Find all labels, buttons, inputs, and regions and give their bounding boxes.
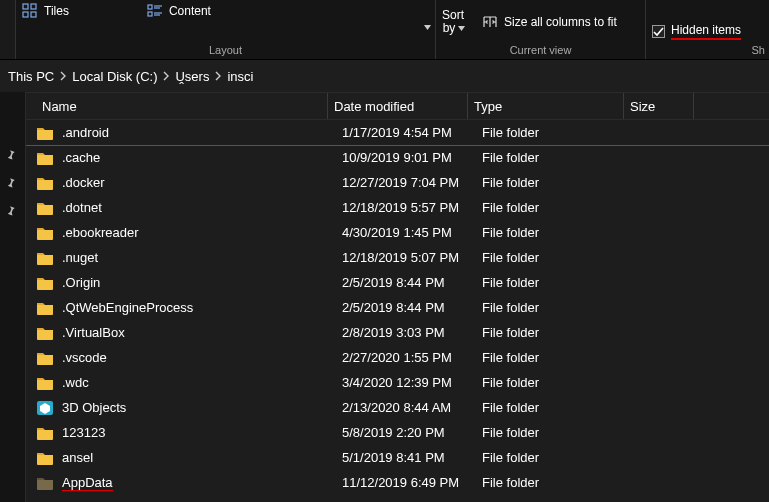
svg-rect-3: [31, 12, 36, 17]
ribbon: Tiles Content Layout Sort by: [0, 0, 769, 60]
file-name: .docker: [62, 175, 336, 190]
file-type: File folder: [476, 200, 632, 215]
file-name: .QtWebEngineProcess: [62, 300, 336, 315]
ribbon-group-current-view: Sort by Size all columns to fit Current …: [436, 0, 646, 59]
file-date: 2/8/2019 3:03 PM: [336, 325, 476, 340]
file-row[interactable]: .vscode2/27/2020 1:55 PMFile folder: [26, 345, 769, 370]
file-name: .vscode: [62, 350, 336, 365]
crumb-0[interactable]: This PC: [8, 69, 54, 84]
folder-icon: [36, 350, 54, 366]
column-type[interactable]: Type: [468, 93, 624, 119]
file-name: .android: [62, 125, 336, 140]
size-columns-button[interactable]: Size all columns to fit: [482, 14, 617, 30]
file-row[interactable]: AppData11/12/2019 6:49 PMFile folder: [26, 470, 769, 495]
column-date-label: Date modified: [334, 99, 414, 114]
crumb-1[interactable]: Local Disk (C:): [72, 69, 157, 84]
svg-rect-7: [148, 12, 152, 16]
folder-icon: [36, 200, 54, 216]
ribbon-group-show-label: Sh: [752, 41, 765, 59]
column-type-label: Type: [474, 99, 502, 114]
column-date[interactable]: Date modified: [328, 93, 468, 119]
file-name: .ebookreader: [62, 225, 336, 240]
file-type: File folder: [476, 450, 632, 465]
file-date: 2/5/2019 8:44 PM: [336, 275, 476, 290]
file-date: 12/27/2019 7:04 PM: [336, 175, 476, 190]
hidden-items-toggle[interactable]: Hidden items: [652, 23, 741, 40]
3d-objects-icon: [36, 400, 54, 416]
column-header: ˆ Name Date modified Type Size: [0, 92, 769, 120]
svg-marker-10: [424, 25, 431, 30]
file-row[interactable]: .android1/17/2019 4:54 PMFile folder: [26, 120, 769, 145]
file-type: File folder: [476, 350, 632, 365]
folder-icon: [36, 425, 54, 441]
file-row[interactable]: .ebookreader4/30/2019 1:45 PMFile folder: [26, 220, 769, 245]
folder-icon: [36, 450, 54, 466]
folder-icon: [36, 275, 54, 291]
layout-content[interactable]: Content: [147, 3, 211, 19]
file-date: 10/9/2019 9:01 PM: [336, 150, 476, 165]
file-row[interactable]: .nuget12/18/2019 5:07 PMFile folder: [26, 245, 769, 270]
file-name: .Origin: [62, 275, 336, 290]
file-list[interactable]: .android1/17/2019 4:54 PMFile folder.cac…: [26, 120, 769, 502]
file-row[interactable]: .dotnet12/18/2019 5:57 PMFile folder: [26, 195, 769, 220]
file-row[interactable]: .QtWebEngineProcess2/5/2019 8:44 PMFile …: [26, 295, 769, 320]
content-icon: [147, 3, 163, 19]
column-name[interactable]: ˆ Name: [36, 93, 328, 119]
chevron-right-icon[interactable]: [161, 71, 171, 81]
svg-rect-4: [148, 5, 152, 9]
checkbox-checked-icon: [652, 25, 665, 38]
layout-content-label: Content: [169, 4, 211, 18]
file-name: .dotnet: [62, 200, 336, 215]
folder-icon: [36, 175, 54, 191]
ribbon-group-layout-label: Layout: [16, 41, 435, 59]
breadcrumb[interactable]: This PC Local Disk (C:) Users insci: [0, 60, 769, 92]
pin-icon: [4, 148, 20, 164]
file-date: 5/8/2019 2:20 PM: [336, 425, 476, 440]
file-type: File folder: [476, 275, 632, 290]
file-row[interactable]: .wdc3/4/2020 12:39 PMFile folder: [26, 370, 769, 395]
file-type: File folder: [476, 375, 632, 390]
file-name: 3D Objects: [62, 400, 336, 415]
chevron-down-icon: [458, 22, 463, 27]
folder-icon: [36, 475, 54, 491]
file-date: 12/18/2019 5:57 PM: [336, 200, 476, 215]
folder-icon: [36, 125, 54, 141]
ribbon-group-show: Hidden items Sh: [646, 0, 769, 59]
file-row[interactable]: 3D Objects2/13/2020 8:44 AMFile folder: [26, 395, 769, 420]
file-row[interactable]: .Origin2/5/2019 8:44 PMFile folder: [26, 270, 769, 295]
folder-icon: [36, 225, 54, 241]
file-type: File folder: [476, 225, 632, 240]
ribbon-group-current-view-label: Current view: [436, 41, 645, 59]
column-name-label: Name: [42, 99, 77, 114]
svg-rect-1: [31, 4, 36, 9]
column-size[interactable]: Size: [624, 93, 694, 119]
layout-tiles[interactable]: Tiles: [22, 3, 69, 19]
ribbon-edge: [0, 0, 16, 59]
file-row[interactable]: .docker12/27/2019 7:04 PMFile folder: [26, 170, 769, 195]
file-type: File folder: [476, 175, 632, 190]
svg-rect-0: [23, 4, 28, 9]
file-type: File folder: [476, 400, 632, 415]
layout-tiles-label: Tiles: [44, 4, 69, 18]
file-row[interactable]: .VirtualBox2/8/2019 3:03 PMFile folder: [26, 320, 769, 345]
file-type: File folder: [476, 325, 632, 340]
file-name: .cache: [62, 150, 336, 165]
chevron-right-icon[interactable]: [213, 71, 223, 81]
file-row[interactable]: .cache10/9/2019 9:01 PMFile folder: [26, 145, 769, 170]
chevron-right-icon[interactable]: [58, 71, 68, 81]
quick-access-gutter: [0, 92, 26, 502]
sort-asc-icon: ˆ: [179, 81, 184, 95]
file-name: AppData: [62, 475, 336, 490]
file-row[interactable]: 1231235/8/2019 2:20 PMFile folder: [26, 420, 769, 445]
file-name: ansel: [62, 450, 336, 465]
ribbon-group-layout: Tiles Content Layout: [16, 0, 436, 59]
svg-marker-11: [458, 26, 465, 31]
sort-by-button[interactable]: Sort by: [442, 9, 464, 35]
size-columns-icon: [482, 14, 498, 30]
file-date: 12/18/2019 5:07 PM: [336, 250, 476, 265]
crumb-3[interactable]: insci: [227, 69, 253, 84]
file-date: 2/27/2020 1:55 PM: [336, 350, 476, 365]
layout-expand-icon[interactable]: [424, 20, 429, 25]
file-date: 3/4/2020 12:39 PM: [336, 375, 476, 390]
file-row[interactable]: ansel5/1/2019 8:41 PMFile folder: [26, 445, 769, 470]
